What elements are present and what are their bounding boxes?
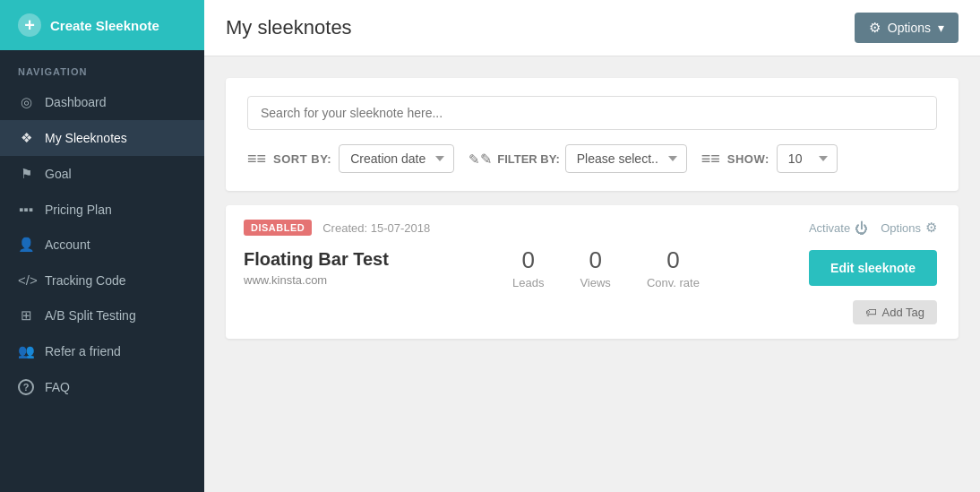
- goal-icon: ⚑: [18, 166, 34, 182]
- search-input[interactable]: [247, 96, 937, 130]
- sleeknote-body: Floating Bar Test www.kinsta.com 0 Leads…: [244, 246, 937, 289]
- sidebar-item-label: A/B Split Testing: [45, 308, 136, 323]
- sleeknote-status-area: DISABLED Created: 15-07-2018: [244, 220, 430, 236]
- nav-section-label: NAVIGATION: [0, 50, 204, 84]
- dashboard-icon: [18, 94, 34, 110]
- gear-icon: [869, 20, 881, 36]
- activate-button[interactable]: Activate: [809, 220, 868, 236]
- user-icon: 👤: [18, 237, 34, 253]
- share-icon: ❖: [18, 130, 34, 146]
- disabled-badge: DISABLED: [244, 220, 312, 236]
- sidebar-item-goal[interactable]: ⚑ Goal: [0, 156, 204, 192]
- sort-by-group: ≡ SORT BY: Creation date Name Leads View…: [247, 144, 454, 173]
- sidebar-item-pricing-plan[interactable]: ▪▪▪ Pricing Plan: [0, 192, 204, 227]
- sleeknote-header: DISABLED Created: 15-07-2018 Activate Op…: [244, 220, 937, 236]
- sidebar: + Create Sleeknote NAVIGATION Dashboard …: [0, 0, 204, 492]
- toolbar: ≡ SORT BY: Creation date Name Leads View…: [247, 144, 937, 173]
- stat-views: 0 Views: [580, 246, 610, 289]
- sidebar-item-dashboard[interactable]: Dashboard: [0, 84, 204, 120]
- power-icon: [855, 220, 868, 236]
- sidebar-item-refer-a-friend[interactable]: 👥 Refer a friend: [0, 333, 204, 369]
- main-content: ≡ SORT BY: Creation date Name Leads View…: [204, 56, 980, 360]
- sleeknote-stats: 0 Leads 0 Views 0 Conv. rate: [494, 246, 809, 289]
- sleeknote-info: Floating Bar Test www.kinsta.com: [244, 249, 494, 287]
- chart-icon: ▪▪▪: [18, 202, 34, 217]
- refer-icon: 👥: [18, 343, 34, 359]
- sidebar-item-my-sleeknotes[interactable]: ❖ My Sleeknotes: [0, 120, 204, 156]
- created-date: Created: 15-07-2018: [322, 221, 430, 235]
- plus-icon: +: [18, 13, 41, 37]
- conv-rate-label: Conv. rate: [647, 276, 700, 289]
- sidebar-item-account[interactable]: 👤 Account: [0, 227, 204, 263]
- sort-icon: ≡: [247, 150, 266, 168]
- sleeknote-options-button[interactable]: Options: [881, 220, 937, 236]
- show-icon: ≡: [701, 150, 720, 168]
- sidebar-item-label: Refer a friend: [45, 344, 121, 358]
- main-header: My sleeknotes Options ▾: [204, 0, 980, 56]
- sidebar-item-label: Tracking Code: [45, 273, 126, 288]
- page-title: My sleeknotes: [226, 16, 352, 39]
- sleeknote-card: DISABLED Created: 15-07-2018 Activate Op…: [226, 205, 959, 339]
- sidebar-item-label: Goal: [45, 167, 72, 181]
- stat-conv-rate: 0 Conv. rate: [647, 246, 700, 289]
- sidebar-item-label: My Sleeknotes: [45, 131, 127, 145]
- leads-value: 0: [512, 246, 544, 274]
- show-group: ≡ SHOW: 10 25 50 100: [701, 144, 838, 173]
- sleeknote-footer: 🏷 Add Tag: [244, 300, 937, 324]
- sort-by-select[interactable]: Creation date Name Leads Views: [339, 144, 454, 173]
- filter-icon: ✎: [469, 151, 492, 168]
- tag-icon: 🏷: [865, 306, 877, 319]
- show-label: SHOW:: [727, 152, 769, 166]
- faq-icon: ?: [18, 379, 34, 395]
- ab-icon: ⊞: [18, 307, 34, 324]
- conv-rate-value: 0: [647, 246, 700, 274]
- search-card: ≡ SORT BY: Creation date Name Leads View…: [226, 78, 959, 191]
- sleeknote-url: www.kinsta.com: [244, 273, 494, 287]
- sleeknote-name: Floating Bar Test: [244, 249, 494, 270]
- views-label: Views: [580, 276, 610, 289]
- add-tag-button[interactable]: 🏷 Add Tag: [853, 300, 937, 324]
- options-button[interactable]: Options ▾: [855, 13, 959, 43]
- sidebar-item-label: Pricing Plan: [45, 203, 112, 217]
- activate-label: Activate: [809, 221, 850, 235]
- filter-by-select[interactable]: Please select.. Active Disabled: [565, 144, 687, 173]
- code-icon: </>: [18, 272, 34, 288]
- sidebar-item-ab-split-testing[interactable]: ⊞ A/B Split Testing: [0, 298, 204, 333]
- add-tag-label: Add Tag: [882, 306, 924, 319]
- views-value: 0: [580, 246, 610, 274]
- edit-sleeknote-button[interactable]: Edit sleeknote: [809, 250, 937, 286]
- options-label: Options: [888, 21, 931, 35]
- chevron-down-icon: ▾: [938, 21, 944, 35]
- create-sleeknote-button[interactable]: + Create Sleeknote: [0, 0, 204, 50]
- filter-by-group: ✎ FILTER BY: Please select.. Active Disa…: [469, 144, 687, 173]
- sleeknote-options-label: Options: [881, 221, 921, 235]
- sidebar-item-label: FAQ: [45, 380, 70, 394]
- create-sleeknote-label: Create Sleeknote: [50, 18, 159, 33]
- stat-leads: 0 Leads: [512, 246, 544, 289]
- filter-by-label: FILTER BY:: [497, 152, 560, 166]
- sidebar-item-label: Dashboard: [45, 95, 107, 109]
- options-gear-icon: [925, 220, 937, 236]
- sidebar-item-label: Account: [45, 237, 90, 252]
- leads-label: Leads: [512, 276, 544, 289]
- sidebar-item-tracking-code[interactable]: </> Tracking Code: [0, 263, 204, 298]
- show-select[interactable]: 10 25 50 100: [777, 144, 838, 173]
- sidebar-item-faq[interactable]: ? FAQ: [0, 369, 204, 405]
- sort-by-label: SORT BY:: [273, 152, 331, 166]
- main-content-area: My sleeknotes Options ▾ ≡ SORT BY: Creat…: [204, 0, 980, 492]
- sleeknote-actions: Activate Options: [809, 220, 937, 236]
